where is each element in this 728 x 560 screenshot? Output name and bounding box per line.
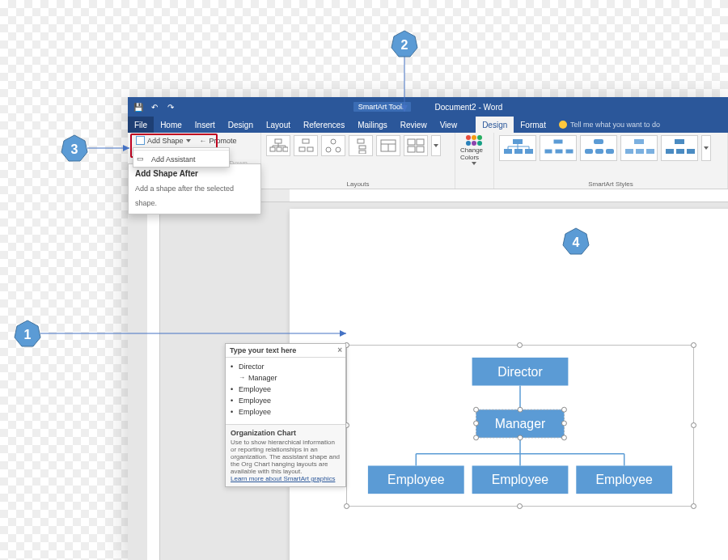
svg-rect-19 (417, 146, 424, 152)
group-label-styles: SmartArt Styles (499, 180, 722, 189)
svg-point-45 (518, 435, 523, 440)
text-pane-list[interactable]: Director Manager Employee Employee Emplo… (226, 358, 345, 424)
bulb-icon (559, 121, 567, 129)
svg-rect-29 (585, 149, 593, 154)
svg-text:1: 1 (24, 328, 32, 342)
styles-more-button[interactable] (701, 135, 711, 161)
promote-button[interactable]: ←Promote (197, 135, 240, 146)
tell-me-search[interactable]: Tell me what you want to do (552, 117, 728, 133)
svg-rect-12 (359, 151, 366, 154)
svg-rect-21 (504, 149, 512, 154)
svg-point-47 (561, 421, 566, 426)
layout-thumb[interactable] (321, 135, 345, 156)
ribbon-tabs: File Home Insert Design Layout Reference… (128, 117, 728, 133)
svg-rect-3 (283, 147, 288, 151)
group-label-layouts: Layouts (266, 180, 450, 189)
resize-handle[interactable] (517, 503, 523, 509)
tooltip-add-shape-after: Add Shape After Add a shape after the se… (128, 163, 261, 214)
node-label: Manager (495, 417, 546, 431)
add-shape-button[interactable]: Add Shape (133, 135, 194, 146)
smartart-canvas[interactable]: Director Manager Employee Employee Emplo… (346, 345, 694, 507)
qat-save-icon[interactable]: 💾 (133, 101, 144, 112)
style-thumb[interactable] (499, 135, 536, 161)
layout-thumb[interactable] (266, 135, 290, 156)
svg-text:3: 3 (71, 142, 78, 156)
close-icon[interactable]: × (337, 346, 342, 354)
text-pane-item[interactable]: Manager (231, 372, 341, 384)
callout-2: 2 (390, 29, 419, 58)
style-thumb[interactable] (661, 135, 698, 161)
svg-rect-32 (634, 139, 644, 144)
resize-handle[interactable] (344, 503, 349, 509)
svg-rect-28 (594, 139, 603, 144)
tab-mailings[interactable]: Mailings (351, 117, 394, 133)
vertical-ruler[interactable] (147, 202, 160, 560)
svg-rect-22 (514, 149, 523, 154)
resize-handle[interactable] (517, 342, 523, 348)
text-pane-item[interactable]: Director (231, 361, 341, 372)
svg-rect-26 (555, 149, 563, 154)
text-pane-item[interactable]: Employee (231, 406, 341, 418)
svg-rect-31 (606, 149, 614, 154)
svg-point-8 (326, 147, 331, 152)
document-title: Document2 - Word (435, 103, 503, 112)
node-label: Employee (387, 473, 445, 486)
svg-rect-16 (408, 139, 415, 145)
learn-more-link[interactable]: Learn more about SmartArt graphics (231, 475, 335, 482)
qat-undo-icon[interactable]: ↶ (149, 101, 160, 112)
svg-point-9 (336, 147, 341, 152)
style-thumb[interactable] (580, 135, 617, 161)
tab-layout[interactable]: Layout (260, 117, 297, 133)
text-pane-header: Type your text here × (226, 344, 345, 358)
svg-rect-24 (553, 139, 563, 144)
layout-thumb[interactable] (404, 135, 428, 156)
title-bar: 💾 ↶ ↷ SmartArt Tools Document2 - Word (128, 97, 728, 117)
svg-rect-39 (687, 149, 695, 154)
word-window: 💾 ↶ ↷ SmartArt Tools Document2 - Word Fi… (128, 97, 728, 560)
svg-rect-37 (666, 149, 674, 154)
tab-design[interactable]: Design (222, 117, 260, 133)
svg-rect-18 (408, 146, 415, 152)
layout-thumb[interactable] (294, 135, 318, 156)
text-pane-item[interactable]: Employee (231, 395, 341, 406)
svg-rect-6 (307, 147, 313, 151)
svg-rect-0 (275, 139, 281, 143)
svg-text:4: 4 (573, 235, 580, 249)
smartart-text-pane[interactable]: Type your text here × Director Manager E… (225, 343, 346, 487)
svg-rect-27 (565, 149, 574, 154)
document-area: Type your text here × Director Manager E… (128, 189, 728, 560)
tab-references[interactable]: References (297, 117, 351, 133)
resize-handle[interactable] (691, 503, 696, 509)
change-colors-button[interactable]: Change Colors (460, 135, 488, 165)
svg-rect-33 (625, 149, 633, 154)
callout-1: 1 (13, 319, 42, 348)
layout-thumb[interactable] (376, 135, 400, 156)
tab-view[interactable]: View (434, 117, 464, 133)
tab-review[interactable]: Review (394, 117, 434, 133)
style-thumb[interactable] (620, 135, 658, 161)
tab-insert[interactable]: Insert (188, 117, 222, 133)
svg-rect-4 (303, 139, 309, 143)
tab-file[interactable]: File (128, 117, 154, 133)
tab-smartart-format[interactable]: Format (514, 117, 552, 133)
ribbon-group-layouts: Layouts (261, 133, 455, 189)
tab-home[interactable]: Home (154, 117, 188, 133)
svg-rect-36 (675, 139, 684, 144)
org-chart: Director Manager Employee Employee Emplo… (347, 346, 693, 506)
svg-point-42 (474, 435, 479, 440)
resize-handle[interactable] (691, 422, 696, 428)
svg-point-41 (561, 407, 566, 412)
svg-rect-1 (270, 147, 275, 151)
svg-text:2: 2 (401, 38, 408, 52)
resize-handle[interactable] (691, 342, 696, 348)
text-pane-item[interactable]: Employee (231, 384, 341, 395)
layout-thumb[interactable] (349, 135, 373, 156)
style-thumb[interactable] (540, 135, 577, 161)
node-label: Director (497, 365, 543, 379)
node-label: Employee (596, 473, 654, 486)
qat-redo-icon[interactable]: ↷ (165, 101, 176, 112)
tab-smartart-design[interactable]: Design (476, 117, 514, 133)
layouts-more-button[interactable] (431, 135, 441, 156)
menu-add-assistant[interactable]: ▭Add Assistant (133, 152, 229, 167)
callout-3: 3 (60, 134, 89, 163)
